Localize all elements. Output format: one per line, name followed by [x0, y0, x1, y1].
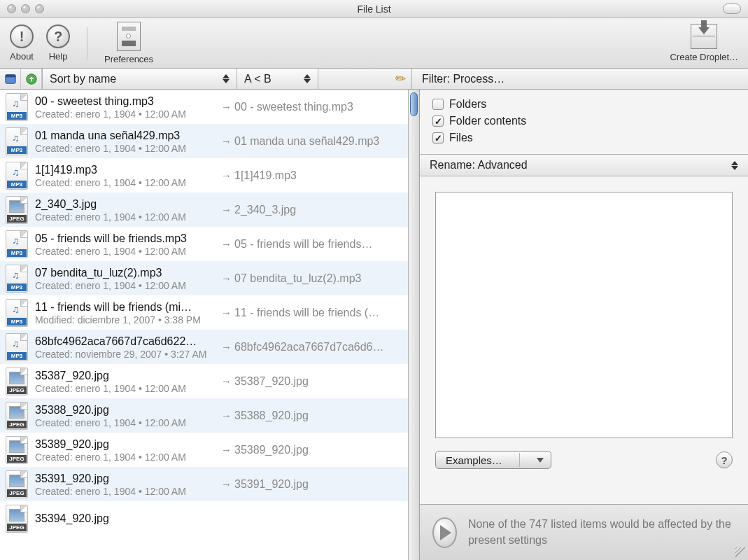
file-rename-preview: →2_340_3.jpg: [221, 204, 404, 216]
file-row[interactable]: JPEG35388_920.jpgCreated: enero 1, 1904 …: [0, 398, 408, 433]
file-info: 01 manda una señal429.mp3Created: enero …: [35, 130, 214, 154]
preview-name: 2_340_3.jpg: [234, 204, 296, 216]
mp3-file-icon: MP3: [6, 265, 28, 293]
window-title: File List: [0, 4, 748, 15]
scroll-thumb[interactable]: [410, 92, 418, 116]
file-meta: Created: enero 1, 1904 • 12:00 AM: [35, 486, 214, 497]
svg-rect-1: [5, 74, 15, 77]
preview-name: 01 manda una señal429.mp3: [234, 135, 379, 148]
toolbar-toggle-capsule[interactable]: [723, 4, 741, 14]
examples-popup-button[interactable]: Examples…: [435, 451, 551, 469]
help-button[interactable]: ? Help: [46, 24, 70, 62]
arrow-right-icon: →: [221, 204, 232, 216]
file-row[interactable]: JPEG35389_920.jpgCreated: enero 1, 1904 …: [0, 433, 408, 467]
sort-order-popup[interactable]: A < B: [237, 69, 318, 89]
checkbox-icon: [432, 132, 444, 144]
file-row[interactable]: JPEG2_340_3.jpgCreated: enero 1, 1904 • …: [0, 192, 408, 227]
about-button[interactable]: ! About: [10, 24, 34, 62]
file-row[interactable]: MP368bfc4962aca7667d7ca6d622…Created: no…: [0, 330, 408, 364]
examples-label: Examples…: [446, 454, 502, 466]
toolbar: ! About ? Help Preferences Create Drople…: [0, 18, 748, 69]
file-rename-preview: →07 bendita_tu_luz(2).mp3: [221, 272, 404, 285]
file-row[interactable]: MP305 - friends will be friends.mp3Creat…: [0, 227, 408, 261]
file-info: 68bfc4962aca7667d7ca6d622…Created: novie…: [35, 335, 214, 360]
file-row[interactable]: JPEG35387_920.jpgCreated: enero 1, 1904 …: [0, 364, 408, 398]
preview-name: 00 - sweetest thing.mp3: [234, 101, 353, 113]
file-meta: Created: enero 1, 1904 • 12:00 AM: [35, 177, 214, 188]
file-name: 11 - friends will be friends (mi…: [35, 301, 214, 314]
file-meta: Created: enero 1, 1904 • 12:00 AM: [35, 383, 214, 394]
file-info: 07 bendita_tu_luz(2).mp3Created: enero 1…: [35, 267, 214, 291]
file-name: 35389_920.jpg: [35, 438, 214, 451]
folder-contents-checkbox[interactable]: Folder contents: [432, 115, 737, 127]
sort-popup[interactable]: Sort by name: [43, 69, 237, 89]
file-list-scrollbar[interactable]: [408, 90, 419, 560]
preview-name: 07 bendita_tu_luz(2).mp3: [234, 272, 361, 285]
file-name: 1[1]419.mp3: [35, 164, 214, 176]
mp3-file-icon: MP3: [6, 230, 28, 258]
rename-method-popup[interactable]: Rename: Advanced: [420, 154, 748, 176]
preview-name: 1[1]419.mp3: [234, 169, 297, 182]
files-checkbox[interactable]: Files: [432, 132, 737, 144]
mp3-file-icon: MP3: [6, 93, 28, 121]
file-rename-preview: →35387_920.jpg: [221, 375, 404, 388]
play-icon: [440, 525, 451, 540]
arrow-right-icon: →: [221, 135, 232, 147]
arrow-right-icon: →: [221, 478, 232, 490]
add-items-button[interactable]: [21, 69, 42, 89]
about-label: About: [10, 51, 34, 62]
file-meta: Created: enero 1, 1904 • 12:00 AM: [35, 417, 214, 428]
mp3-file-icon: MP3: [6, 333, 28, 361]
file-name: 05 - friends will be friends.mp3: [35, 232, 214, 245]
rename-method-label: Rename: Advanced: [430, 159, 528, 172]
file-row[interactable]: JPEG35394_920.jpg: [0, 501, 408, 536]
preview-name: 35391_920.jpg: [234, 478, 309, 491]
filter-header[interactable]: Filter: Process…: [412, 69, 748, 89]
arrow-right-icon: →: [221, 307, 232, 318]
file-name: 35388_920.jpg: [35, 404, 214, 416]
file-row[interactable]: MP307 bendita_tu_luz(2).mp3Created: ener…: [0, 261, 408, 295]
resize-grip[interactable]: [735, 547, 745, 557]
help-button-round[interactable]: ?: [716, 451, 733, 468]
jpg-file-icon: JPEG: [6, 402, 28, 430]
file-info: 35391_920.jpgCreated: enero 1, 1904 • 12…: [35, 472, 214, 497]
file-type-tag: JPEG: [7, 455, 27, 463]
preferences-button[interactable]: Preferences: [104, 22, 153, 64]
file-rename-preview: →35389_920.jpg: [221, 444, 404, 456]
arrow-right-icon: →: [221, 101, 232, 113]
pencil-cell[interactable]: ✎: [318, 69, 412, 89]
run-button[interactable]: [432, 517, 457, 548]
create-droplet-button[interactable]: Create Droplet…: [670, 24, 738, 62]
file-row[interactable]: MP31[1]419.mp3Created: enero 1, 1904 • 1…: [0, 158, 408, 192]
file-info: 11 - friends will be friends (mi…Modifie…: [35, 301, 214, 326]
filter-checks: Folders Folder contents Files: [420, 90, 748, 154]
file-row[interactable]: MP301 manda una señal429.mp3Created: ene…: [0, 124, 408, 158]
file-row[interactable]: MP300 - sweetest thing.mp3Created: enero…: [0, 90, 408, 124]
pencil-icon: ✎: [392, 69, 410, 88]
file-rename-preview: →68bfc4962aca7667d7ca6d6…: [221, 341, 404, 354]
file-name: 01 manda una señal429.mp3: [35, 130, 214, 142]
file-row[interactable]: MP311 - friends will be friends (mi…Modi…: [0, 295, 408, 330]
file-type-tag: MP3: [7, 181, 27, 188]
folders-checkbox[interactable]: Folders: [432, 98, 737, 111]
file-list-pane: MP300 - sweetest thing.mp3Created: enero…: [0, 90, 420, 560]
file-type-tag: MP3: [7, 146, 27, 154]
sort-popup-label: Sort by name: [50, 73, 116, 85]
divider: [519, 453, 520, 467]
file-meta: Created: enero 1, 1904 • 12:00 AM: [35, 143, 214, 154]
file-name: 2_340_3.jpg: [35, 198, 214, 211]
finder-reveal-button[interactable]: [0, 69, 21, 89]
file-meta: Created: enero 1, 1904 • 12:00 AM: [35, 246, 214, 257]
file-list[interactable]: MP300 - sweetest thing.mp3Created: enero…: [0, 90, 408, 560]
preview-name: 35388_920.jpg: [234, 410, 309, 422]
arrow-right-icon: →: [221, 410, 232, 421]
mp3-file-icon: MP3: [6, 299, 28, 327]
file-info: 35389_920.jpgCreated: enero 1, 1904 • 12…: [35, 438, 214, 463]
file-meta: Created: enero 1, 1904 • 12:00 AM: [35, 451, 214, 463]
status-bar: None of the 747 listed items would be af…: [420, 504, 748, 560]
rename-rules-textarea[interactable]: [435, 192, 733, 438]
stepper-icon: [731, 161, 738, 170]
filter-header-label: Filter: Process…: [422, 73, 504, 85]
preview-name: 05 - friends will be friends…: [234, 238, 372, 251]
file-row[interactable]: JPEG35391_920.jpgCreated: enero 1, 1904 …: [0, 467, 408, 501]
